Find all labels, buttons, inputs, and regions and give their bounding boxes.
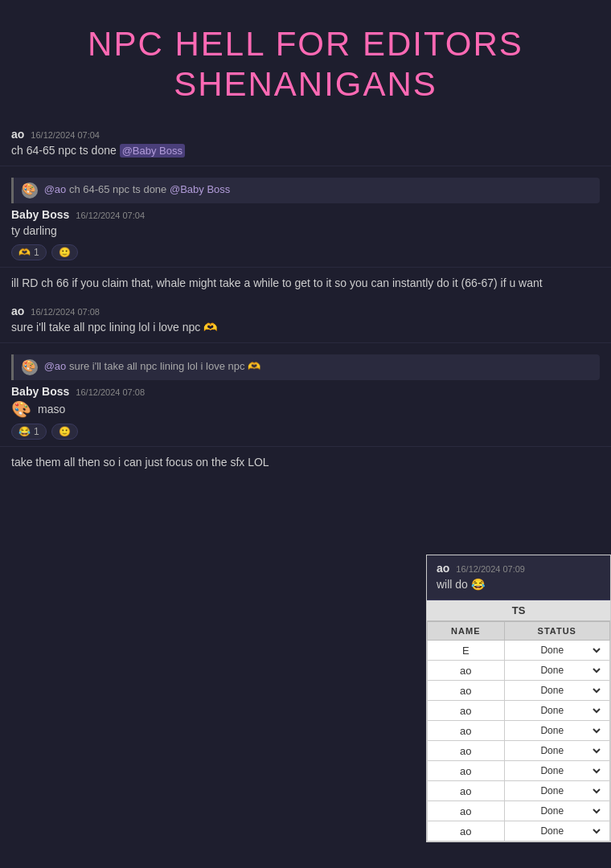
col-header-name: NAME bbox=[428, 622, 505, 641]
message-text-4: sure i'll take all npc lining lol i love… bbox=[11, 319, 600, 336]
username-babyboss-1: Baby Boss bbox=[11, 208, 69, 221]
table-row: ao Done In Progress Pending bbox=[428, 721, 610, 741]
table-title: TS bbox=[427, 600, 610, 621]
table-cell-name: ao bbox=[428, 741, 505, 761]
table-cell-status[interactable]: Done In Progress Pending bbox=[504, 821, 609, 841]
message-text-2: ty darling bbox=[11, 223, 600, 240]
quoted-mention-2: @Baby Boss bbox=[170, 183, 230, 195]
quoted-message-5: 🎨 @ao sure i'll take all npc lining lol … bbox=[11, 354, 600, 380]
status-select[interactable]: Done In Progress Pending bbox=[511, 644, 603, 657]
status-select[interactable]: Done In Progress Pending bbox=[511, 744, 603, 757]
table-row: E Done In Progress Pending bbox=[428, 641, 610, 661]
quoted-message-2: 🎨 @ao ch 64-65 npc ts done @Baby Boss bbox=[11, 178, 600, 203]
table-cell-status[interactable]: Done In Progress Pending bbox=[504, 681, 609, 701]
quoted-author-2: @ao bbox=[44, 183, 67, 195]
quoted-author-5: @ao bbox=[44, 361, 67, 373]
table-cell-name: ao bbox=[428, 761, 505, 781]
table-cell-status[interactable]: Done In Progress Pending bbox=[504, 701, 609, 721]
table-row: ao Done In Progress Pending bbox=[428, 761, 610, 781]
message-text-5: maso bbox=[38, 401, 65, 418]
message-group-2: 🎨 @ao ch 64-65 npc ts done @Baby Boss Ba… bbox=[0, 166, 611, 268]
avatar-babyboss: 🎨 bbox=[11, 399, 31, 419]
reaction-smile-emoji: 🙂 bbox=[59, 247, 71, 258]
table-cell-name: ao bbox=[428, 681, 505, 701]
message-text-3: ill RD ch 66 if you claim that, whale mi… bbox=[11, 276, 543, 289]
floating-timestamp: 16/12/2024 07:09 bbox=[456, 564, 525, 574]
table-row: ao Done In Progress Pending bbox=[428, 801, 610, 821]
message-group-4: ao 16/12/2024 07:08 sure i'll take all n… bbox=[0, 298, 611, 343]
table-cell-status[interactable]: Done In Progress Pending bbox=[504, 721, 609, 741]
message-standalone-3: ill RD ch 66 if you claim that, whale mi… bbox=[0, 268, 611, 298]
status-select[interactable]: Done In Progress Pending bbox=[511, 825, 603, 837]
floating-message-text: will do 😂 bbox=[437, 576, 601, 593]
status-select[interactable]: Done In Progress Pending bbox=[511, 805, 603, 817]
table-cell-status[interactable]: Done In Progress Pending bbox=[504, 801, 609, 821]
status-select[interactable]: Done In Progress Pending bbox=[511, 684, 603, 697]
table-row: ao Done In Progress Pending bbox=[428, 781, 610, 801]
table-cell-name: ao bbox=[428, 801, 505, 821]
reaction-smile[interactable]: 🙂 bbox=[51, 244, 78, 260]
timestamp-1: 16/12/2024 07:04 bbox=[31, 130, 100, 140]
table-row: ao Done In Progress Pending bbox=[428, 821, 610, 841]
reaction-hug-count: 1 bbox=[34, 247, 39, 258]
table-cell-name: ao bbox=[428, 701, 505, 721]
username-ao-2: ao bbox=[11, 305, 24, 317]
table-panel: TS NAME STATUS E Done In Progress Pendin… bbox=[427, 600, 610, 841]
reaction-laugh-emoji: 😂 bbox=[18, 426, 31, 437]
reaction-laugh-count: 1 bbox=[34, 426, 39, 437]
floating-username: ao bbox=[437, 562, 449, 575]
table-row: ao Done In Progress Pending bbox=[428, 661, 610, 681]
username-babyboss-2: Baby Boss bbox=[11, 385, 69, 398]
status-select[interactable]: Done In Progress Pending bbox=[511, 664, 603, 677]
reaction-laugh[interactable]: 😂 1 bbox=[11, 424, 47, 440]
avatar-quoted-2: 🎨 bbox=[22, 182, 38, 199]
table-cell-name: ao bbox=[428, 821, 505, 841]
avatar-quoted-5: 🎨 bbox=[22, 359, 38, 375]
col-header-status: STATUS bbox=[504, 622, 609, 641]
message-text-1: ch 64-65 npc ts done @Baby Boss bbox=[11, 142, 600, 159]
reaction-hug[interactable]: 🫶 1 bbox=[11, 244, 47, 260]
table-cell-name: ao bbox=[428, 721, 505, 741]
chat-container: ao 16/12/2024 07:04 ch 64-65 npc ts done… bbox=[0, 121, 611, 478]
table-row: ao Done In Progress Pending bbox=[428, 701, 610, 721]
table-cell-status[interactable]: Done In Progress Pending bbox=[504, 781, 609, 801]
table-cell-status[interactable]: Done In Progress Pending bbox=[504, 661, 609, 681]
mention-1: @Baby Boss bbox=[120, 144, 185, 158]
reactions-2: 🫶 1 🙂 bbox=[11, 244, 600, 260]
message-standalone-6: take them all then so i can just focus o… bbox=[0, 447, 611, 477]
status-select[interactable]: Done In Progress Pending bbox=[511, 784, 603, 797]
table-row: ao Done In Progress Pending bbox=[428, 741, 610, 761]
table-cell-name: ao bbox=[428, 661, 505, 681]
username-ao-1: ao bbox=[11, 128, 24, 141]
table-cell-name: E bbox=[428, 641, 505, 661]
reaction-smile-2[interactable]: 🙂 bbox=[51, 424, 78, 440]
table-cell-status[interactable]: Done In Progress Pending bbox=[504, 741, 609, 761]
message-group-5: 🎨 @ao sure i'll take all npc lining lol … bbox=[0, 343, 611, 447]
status-table: NAME STATUS E Done In Progress Pending a… bbox=[427, 621, 610, 841]
table-cell-status[interactable]: Done In Progress Pending bbox=[504, 641, 609, 661]
timestamp-2: 16/12/2024 07:04 bbox=[76, 211, 145, 220]
message-group-1: ao 16/12/2024 07:04 ch 64-65 npc ts done… bbox=[0, 121, 611, 166]
message-text-6: take them all then so i can just focus o… bbox=[11, 456, 269, 469]
floating-chat-bubble: ao 16/12/2024 07:09 will do 😂 bbox=[427, 555, 610, 600]
status-select[interactable]: Done In Progress Pending bbox=[511, 704, 603, 717]
reaction-hug-emoji: 🫶 bbox=[18, 247, 31, 258]
reactions-5: 😂 1 🙂 bbox=[11, 424, 600, 440]
status-select[interactable]: Done In Progress Pending bbox=[511, 724, 603, 737]
status-select[interactable]: Done In Progress Pending bbox=[511, 764, 603, 777]
table-cell-status[interactable]: Done In Progress Pending bbox=[504, 761, 609, 781]
reaction-smile-2-emoji: 🙂 bbox=[59, 426, 71, 437]
timestamp-5: 16/12/2024 07:08 bbox=[76, 387, 145, 397]
page-title: NPC HELL FOR EDITORS SHENANIGANS bbox=[0, 0, 611, 121]
timestamp-4: 16/12/2024 07:08 bbox=[31, 307, 100, 317]
table-row: ao Done In Progress Pending bbox=[428, 681, 610, 701]
floating-panel: ao 16/12/2024 07:09 will do 😂 TS NAME ST… bbox=[426, 555, 611, 842]
table-cell-name: ao bbox=[428, 781, 505, 801]
